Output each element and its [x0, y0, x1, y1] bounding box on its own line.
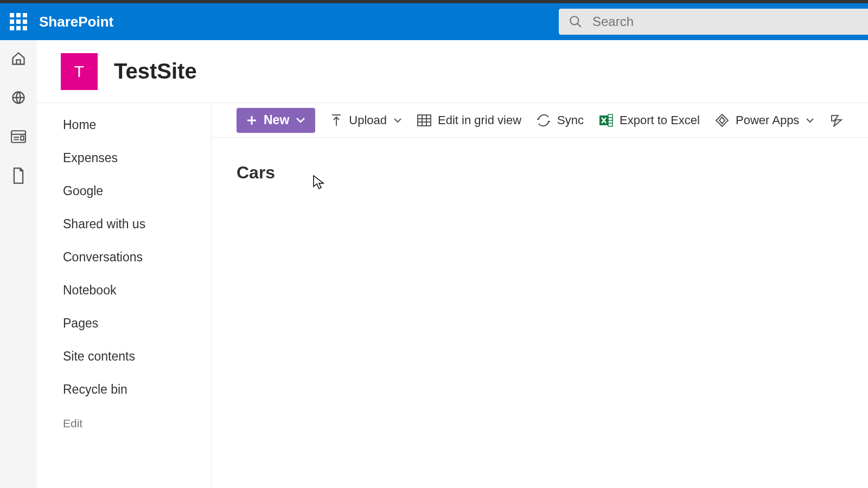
suite-header: SharePoint — [0, 3, 868, 40]
automate-icon — [829, 114, 844, 127]
nav-item-site-contents[interactable]: Site contents — [37, 340, 211, 373]
chevron-down-icon — [393, 118, 402, 123]
sync-label: Sync — [557, 113, 584, 127]
left-rail — [0, 40, 37, 488]
edit-grid-label: Edit in grid view — [438, 113, 521, 127]
content-column: T TestSite Home Expenses Google Shared w… — [37, 40, 868, 488]
nav-item-expenses[interactable]: Expenses — [37, 142, 211, 175]
waffle-icon — [10, 13, 27, 30]
svg-rect-12 — [418, 115, 431, 126]
upload-icon — [330, 114, 342, 127]
list-title: Cars — [237, 163, 868, 183]
grid-icon — [417, 114, 431, 126]
app-launcher-button[interactable] — [0, 3, 37, 40]
power-apps-label: Power Apps — [736, 113, 799, 127]
nav-item-google[interactable]: Google — [37, 175, 211, 208]
plus-icon — [246, 115, 257, 126]
nav-item-home[interactable]: Home — [37, 108, 211, 142]
new-button[interactable]: New — [237, 108, 315, 133]
excel-icon — [599, 113, 613, 127]
upload-button[interactable]: Upload — [330, 113, 402, 127]
search-input[interactable] — [592, 14, 868, 29]
main-content: New Upload Edit in grid view S — [212, 103, 868, 488]
nav-item-recycle-bin[interactable]: Recycle bin — [37, 373, 211, 406]
nav-item-notebook[interactable]: Notebook — [37, 274, 211, 307]
site-header: T TestSite — [37, 40, 868, 103]
nav-item-conversations[interactable]: Conversations — [37, 241, 211, 274]
svg-rect-7 — [21, 136, 23, 140]
svg-point-0 — [570, 16, 578, 24]
nav-item-pages[interactable]: Pages — [37, 307, 211, 340]
globe-icon[interactable] — [11, 90, 26, 105]
home-icon[interactable] — [11, 51, 26, 66]
nav-edit-link[interactable]: Edit — [37, 406, 211, 439]
site-title[interactable]: TestSite — [114, 59, 197, 84]
command-bar: New Upload Edit in grid view S — [212, 103, 868, 138]
upload-label: Upload — [349, 113, 387, 127]
edit-grid-button[interactable]: Edit in grid view — [417, 113, 521, 127]
svg-line-1 — [577, 23, 581, 27]
export-excel-label: Export to Excel — [620, 113, 700, 127]
site-logo[interactable]: T — [61, 53, 98, 90]
search-box[interactable] — [559, 9, 868, 35]
chevron-down-icon — [806, 118, 814, 123]
file-icon[interactable] — [11, 168, 26, 183]
search-icon — [569, 15, 583, 29]
power-apps-button[interactable]: Power Apps — [715, 113, 814, 127]
site-nav: Home Expenses Google Shared with us Conv… — [37, 103, 212, 488]
sync-button[interactable]: Sync — [537, 113, 584, 127]
chevron-down-icon — [296, 117, 305, 124]
main-region: T TestSite Home Expenses Google Shared w… — [0, 40, 868, 488]
export-excel-button[interactable]: Export to Excel — [599, 113, 700, 127]
sync-icon — [537, 114, 551, 127]
news-icon[interactable] — [11, 129, 26, 144]
new-button-label: New — [264, 113, 289, 127]
power-apps-icon — [715, 113, 729, 127]
nav-item-shared-with-us[interactable]: Shared with us — [37, 208, 211, 241]
below-header: Home Expenses Google Shared with us Conv… — [37, 103, 868, 488]
brand-label[interactable]: SharePoint — [39, 14, 113, 30]
automate-button[interactable] — [829, 114, 844, 127]
